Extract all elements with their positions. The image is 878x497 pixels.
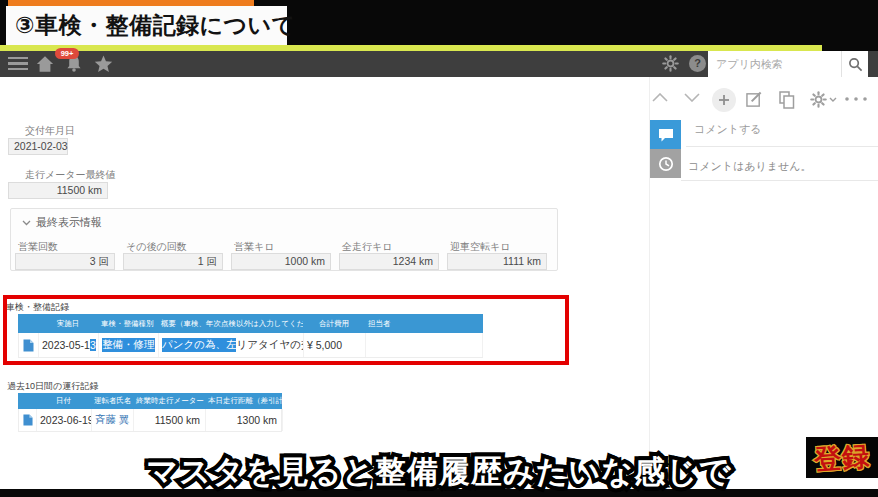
add-record-button[interactable] [712, 88, 736, 112]
comment-divider [686, 146, 878, 147]
more-options-button[interactable] [845, 97, 867, 101]
notification-badge: 99+ [55, 48, 79, 59]
record-file-icon[interactable] [19, 333, 39, 357]
column-header: 運転者氏名 [91, 396, 133, 406]
inspection-table-row[interactable]: 2023-05-13 整備・修理 パンクの為、左リアタイヤの交換 ¥ 5,000 [18, 333, 483, 358]
video-caption: マスタを見ると整備履歴みたいな感じで [0, 451, 878, 493]
trip-meter-cell: 11500 km [134, 409, 206, 431]
edit-record-button[interactable] [746, 91, 763, 108]
field-label: その後の回数 [126, 240, 187, 254]
trip-driver-link[interactable]: 斉藤 翼 [92, 409, 134, 431]
collapse-chevron-icon [22, 220, 31, 226]
column-header: 日付 [36, 396, 91, 406]
help-icon[interactable]: ? [689, 55, 706, 72]
column-header: 終業時走行メーター [133, 396, 205, 406]
record-history-button[interactable] [650, 149, 681, 178]
favorite-star-icon[interactable] [94, 55, 113, 73]
field-value: 1 回 [123, 253, 223, 270]
field-value: 1234 km [339, 253, 439, 270]
selected-text: 3 [90, 339, 96, 351]
video-title-banner: ③車検・整備記録について [6, 6, 287, 45]
subscribe-stamp-text: 登録 [813, 438, 871, 478]
chevron-up-icon [652, 93, 668, 102]
trip-date-cell: 2023-06-19 [37, 409, 92, 431]
column-header: 担当者 [365, 319, 482, 329]
gear-icon [810, 91, 827, 108]
trip-table-row[interactable]: 2023-06-19 斉藤 翼 11500 km 1300 km [18, 409, 282, 432]
summary-group-title: 最終表示情報 [36, 215, 102, 230]
inspection-table-header: 実施日 車検・整備種別 概要（車検、年次点検以外は入力してください） 合計費用 … [18, 314, 483, 333]
column-header: 合計費用 [303, 319, 365, 329]
record-settings-button[interactable] [810, 91, 837, 108]
column-header: 概要（車検、年次点検以外は入力してください） [158, 319, 303, 329]
selected-text: パンクの為、左 [162, 338, 236, 352]
field-label: 営業回数 [18, 240, 58, 254]
inspection-cost-cell: ¥ 5,000 [304, 333, 366, 357]
chevron-down-icon [684, 93, 700, 102]
field-value: 3 回 [15, 253, 115, 270]
summary-group-toggle[interactable]: 最終表示情報 [22, 215, 102, 230]
search-icon [848, 57, 863, 72]
next-record-button[interactable] [684, 93, 700, 102]
record-file-icon[interactable] [19, 409, 37, 431]
column-header: 車検・整備種別 [98, 319, 158, 329]
home-icon[interactable] [36, 55, 54, 73]
final-meter-value: 11500 km [8, 182, 108, 199]
caret-down-icon [829, 97, 837, 102]
inspection-person-cell [366, 333, 483, 357]
ellipsis-icon [845, 97, 867, 101]
speech-bubble-icon [658, 128, 674, 142]
final-meter-label: 走行メーター最終値 [25, 168, 115, 182]
edit-pencil-icon [746, 91, 763, 108]
app-search-input[interactable] [708, 51, 841, 77]
column-header: 実施日 [38, 319, 98, 329]
search-button[interactable] [841, 51, 868, 77]
trip-table-header: 日付 運転者氏名 終業時走行メーター 本日走行距離（差引計算） [18, 393, 282, 409]
settings-gear-icon[interactable] [662, 55, 679, 72]
column-header: 本日走行距離（差引計算） [205, 396, 282, 406]
issue-date-value: 2021-02-03 [8, 138, 68, 155]
plus-icon [718, 94, 730, 106]
inspection-date-cell: 2023-05-13 [39, 333, 99, 357]
hamburger-menu-icon[interactable] [8, 57, 28, 73]
selected-text: 整備・修理 [102, 338, 155, 352]
inspection-table-title: 車検・整備記録 [6, 301, 69, 314]
comments-tab-button[interactable] [650, 120, 681, 149]
field-label: 迎車空転キロ [450, 240, 510, 254]
trip-table-title: 過去10日間の運行記録 [7, 380, 98, 393]
comments-empty-message: コメントはありません。 [688, 159, 812, 174]
subscribe-stamp: 登録 [806, 437, 878, 478]
duplicate-record-button[interactable] [779, 91, 795, 109]
inspection-summary-cell: パンクの為、左リアタイヤの交換 [159, 333, 304, 357]
field-label: 営業キロ [234, 240, 274, 254]
video-title-text: ③車検・整備記録について [15, 10, 296, 41]
comment-compose-field[interactable]: コメントする [694, 122, 762, 137]
inspection-type-cell: 整備・修理 [99, 333, 159, 357]
copy-icon [779, 91, 795, 109]
video-frame: ③車検・整備記録について 99+ ? [0, 0, 878, 497]
comment-divider [681, 180, 878, 181]
history-clock-icon [658, 156, 674, 172]
previous-record-button[interactable] [652, 93, 668, 102]
field-label: 全走行キロ [342, 240, 392, 254]
field-value: 1000 km [231, 253, 331, 270]
field-value: 1111 km [447, 253, 547, 270]
trip-distance-cell: 1300 km [206, 409, 283, 431]
issue-date-label: 交付年月日 [25, 124, 75, 138]
